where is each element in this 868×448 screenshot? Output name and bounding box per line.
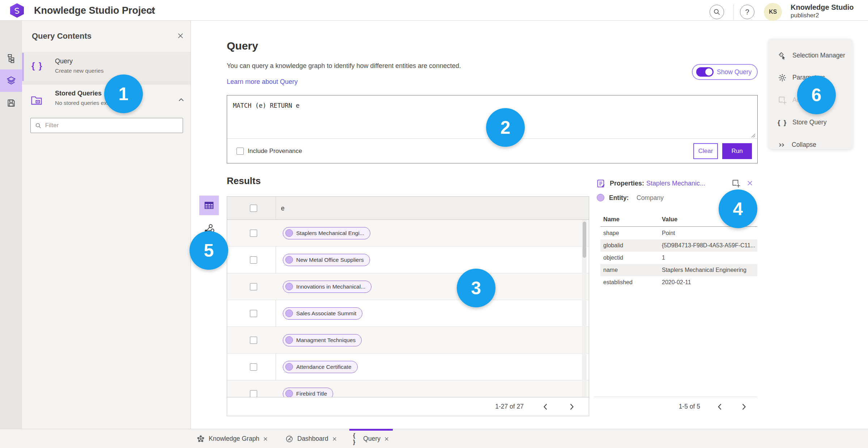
entity-label: Managment Techniques [296, 337, 356, 344]
results-next-page-button[interactable] [566, 401, 577, 412]
panel-item-query[interactable]: { } Query Create new queries [22, 53, 191, 81]
props-next-page-button[interactable] [739, 401, 749, 412]
tab-close-button[interactable] [384, 436, 389, 441]
annotation-badge-5: 5 [190, 231, 228, 270]
row-checkbox[interactable] [250, 310, 257, 317]
selected-accent-bar [22, 53, 24, 81]
entity-label: Entity: [609, 194, 629, 202]
tool-label: Store Query [792, 119, 826, 126]
entity-pill[interactable]: Attendance Certificate [283, 361, 358, 373]
property-row: globalid {5D9B4713-F98D-4A53-A59F-C11... [600, 239, 757, 252]
filter-input[interactable] [45, 122, 178, 129]
entity-type-dot-icon [597, 194, 604, 201]
bottom-tab-bar: Knowledge Graph Dashboard { } Query [0, 429, 868, 448]
entity-pill[interactable]: Innovations in Mechanical... [283, 281, 371, 293]
search-button[interactable] [710, 5, 724, 19]
run-button[interactable]: Run [722, 143, 752, 159]
tool-selection-manager[interactable]: Selection Manager [768, 44, 853, 67]
tab-label: Knowledge Graph [209, 435, 259, 443]
knowledge-graph-icon [196, 435, 205, 443]
tab-close-button[interactable] [332, 436, 337, 441]
row-checkbox[interactable] [250, 230, 257, 237]
chevron-up-icon[interactable] [178, 96, 185, 103]
tool-store-query[interactable]: { } Store Query [768, 111, 853, 133]
table-row[interactable]: New Metal Office Suppliers [227, 247, 589, 273]
clear-button[interactable]: Clear [693, 143, 718, 159]
entity-label: Attendance Certificate [296, 364, 352, 370]
view-table-button-active[interactable] [199, 196, 219, 215]
property-row: established 2020-02-11 [600, 276, 757, 289]
close-icon [384, 436, 389, 441]
entity-pill[interactable]: Managment Techniques [283, 334, 362, 346]
results-prev-page-button[interactable] [540, 401, 550, 412]
resize-handle-icon[interactable] [751, 133, 756, 138]
chevron-right-icon [570, 403, 574, 410]
close-icon [746, 180, 753, 187]
prop-name: shape [603, 230, 619, 236]
tab-close-button[interactable] [263, 436, 268, 441]
row-checkbox[interactable] [250, 283, 257, 290]
row-checkbox[interactable] [250, 337, 257, 344]
props-prev-page-button[interactable] [714, 401, 725, 412]
rail-item-data-model[interactable] [0, 47, 22, 69]
annotation-badge-4: 4 [719, 189, 757, 228]
braces-icon: { } [353, 432, 359, 445]
app-logo-icon[interactable] [10, 3, 24, 18]
entity-dot-icon [285, 390, 293, 397]
row-checkbox[interactable] [250, 363, 257, 371]
rail-item-layers-active[interactable] [0, 69, 22, 92]
tab-query-active[interactable]: { } Query [349, 429, 393, 448]
props-page-range: 1-5 of 5 [679, 403, 700, 410]
entity-pill[interactable]: New Metal Office Suppliers [283, 254, 370, 266]
show-query-toggle[interactable]: Show Query [692, 64, 758, 80]
help-button[interactable]: ? [740, 5, 754, 19]
include-provenance-label: Include Provenance [248, 148, 302, 155]
add-to-selection-button[interactable] [731, 179, 741, 188]
scrollbar-thumb[interactable] [583, 222, 586, 258]
show-query-label: Show Query [717, 68, 752, 76]
learn-more-link[interactable]: Learn more about Query [227, 78, 298, 86]
layers-icon [6, 76, 16, 86]
prop-value: 2020-02-11 [662, 279, 691, 286]
chevron-left-icon [717, 403, 722, 410]
row-checkbox[interactable] [250, 256, 257, 264]
stored-queries-filter[interactable] [30, 118, 183, 133]
table-row[interactable]: Staplers Mechanical Engi... [227, 220, 589, 247]
entity-label: Staplers Mechanical Engi... [296, 230, 364, 236]
table-row[interactable]: Attendance Certificate [227, 354, 589, 380]
properties-close-button[interactable] [746, 180, 753, 187]
row-checkbox[interactable] [250, 390, 257, 397]
prop-value: 1 [662, 255, 665, 261]
entity-dot-icon [285, 229, 293, 237]
table-row[interactable]: Innovations in Mechanical... [227, 273, 589, 300]
entity-pill[interactable]: Staplers Mechanical Engi... [283, 227, 370, 239]
table-row[interactable]: Sales Associate Summit [227, 300, 589, 327]
prop-col-value: Value [662, 216, 677, 223]
table-row[interactable]: Managment Techniques [227, 327, 589, 354]
table-icon [204, 200, 214, 211]
tool-collapse[interactable]: Collapse [768, 134, 853, 156]
table-scrollbar[interactable] [582, 220, 587, 398]
property-row: name Staplers Mechanical Engineering [600, 264, 757, 276]
tab-knowledge-graph[interactable]: Knowledge Graph [193, 429, 272, 448]
edit-title-pencil-icon[interactable] [148, 7, 156, 15]
entity-pill[interactable]: Sales Associate Summit [283, 307, 362, 320]
panel-close-button[interactable] [177, 32, 184, 39]
select-all-checkbox[interactable] [250, 205, 257, 212]
rail-item-save[interactable] [0, 92, 22, 114]
properties-entity-link[interactable]: Staplers Mechanic... [646, 180, 705, 187]
avatar[interactable]: KS [764, 3, 782, 21]
prop-name: name [603, 267, 618, 273]
results-table-header: e [227, 197, 589, 220]
entity-dot-icon [285, 310, 293, 317]
question-icon: ? [745, 8, 749, 16]
tab-dashboard[interactable]: Dashboard [281, 429, 341, 448]
tool-label: Collapse [792, 141, 816, 149]
user-menu[interactable]: Knowledge Studio publisher2 [791, 3, 854, 19]
prop-name: objectid [603, 255, 623, 261]
close-icon [177, 32, 184, 39]
annotation-badge-6: 6 [797, 76, 836, 114]
save-icon [7, 98, 16, 108]
project-title: Knowledge Studio Project [34, 5, 155, 16]
include-provenance-checkbox[interactable] [237, 148, 244, 155]
